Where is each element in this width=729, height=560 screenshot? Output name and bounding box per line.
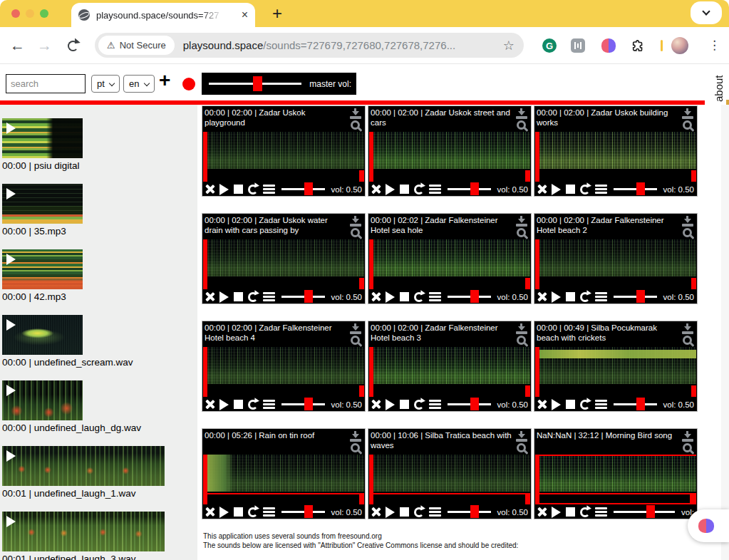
menu-icon[interactable] — [263, 507, 275, 517]
download-icon[interactable] — [516, 216, 527, 227]
list-item[interactable]: 00:00 | undefined_scream.wav — [2, 315, 197, 368]
magnifier-icon[interactable] — [683, 336, 692, 345]
play-icon[interactable] — [552, 184, 561, 195]
volume-slider[interactable] — [448, 188, 491, 190]
stop-icon[interactable] — [400, 292, 409, 301]
brain-extension-icon[interactable] — [601, 38, 616, 53]
volume-slider[interactable] — [614, 511, 675, 513]
download-icon[interactable] — [350, 216, 361, 227]
play-icon[interactable] — [552, 291, 561, 303]
stop-icon[interactable] — [234, 507, 243, 517]
stop-icon[interactable] — [234, 400, 243, 409]
magnifier-icon[interactable] — [517, 120, 526, 130]
close-icon[interactable] — [205, 507, 214, 517]
magnifier-icon[interactable] — [351, 120, 360, 130]
volume-slider[interactable] — [281, 511, 325, 513]
magnifier-icon[interactable] — [517, 336, 526, 345]
grammarly-extension-icon[interactable]: G — [542, 38, 557, 53]
master-volume-slider[interactable] — [253, 76, 262, 91]
tab-search-button[interactable] — [691, 1, 722, 24]
play-icon[interactable] — [386, 184, 395, 195]
menu-icon[interactable] — [595, 400, 607, 409]
play-icon[interactable] — [6, 123, 16, 134]
volume-thumb[interactable] — [470, 290, 479, 303]
loop-icon[interactable] — [414, 507, 424, 517]
menu-icon[interactable] — [595, 185, 607, 194]
close-icon[interactable] — [537, 185, 547, 194]
loop-icon[interactable] — [580, 185, 590, 195]
loop-icon[interactable] — [580, 400, 590, 410]
play-icon[interactable] — [6, 188, 16, 199]
profile-avatar[interactable] — [671, 37, 688, 54]
search-input[interactable] — [6, 74, 86, 93]
volume-slider[interactable] — [281, 188, 325, 190]
volume-slider[interactable] — [448, 403, 491, 405]
magnifier-icon[interactable] — [683, 228, 692, 237]
seek-bar[interactable] — [369, 170, 530, 182]
minimize-window-button[interactable] — [26, 9, 34, 18]
menu-icon[interactable] — [429, 507, 441, 517]
download-icon[interactable] — [350, 323, 361, 334]
volume-slider[interactable] — [448, 511, 491, 513]
magnifier-icon[interactable] — [351, 443, 360, 452]
play-icon[interactable] — [6, 319, 16, 331]
volume-thumb[interactable] — [304, 182, 313, 195]
magnifier-icon[interactable] — [517, 228, 526, 237]
loop-icon[interactable] — [248, 400, 258, 410]
spectrogram-thumbnail[interactable] — [2, 249, 83, 289]
extensions-puzzle-icon[interactable] — [631, 38, 646, 53]
language-select-en[interactable]: en — [123, 75, 155, 93]
spectrogram[interactable] — [203, 239, 364, 276]
loop-icon[interactable] — [414, 185, 424, 195]
volume-slider[interactable] — [614, 188, 657, 190]
spectrogram[interactable] — [369, 455, 530, 492]
play-icon[interactable] — [6, 450, 16, 462]
volume-slider[interactable] — [281, 296, 325, 298]
bookmark-star-icon[interactable]: ☆ — [503, 38, 515, 53]
close-icon[interactable] — [205, 292, 214, 301]
play-icon[interactable] — [219, 507, 229, 518]
play-icon[interactable] — [386, 291, 395, 303]
play-icon[interactable] — [552, 399, 561, 410]
volume-thumb[interactable] — [470, 505, 479, 518]
spectrogram[interactable] — [369, 132, 530, 169]
stop-icon[interactable] — [234, 292, 243, 301]
spectrogram[interactable] — [203, 455, 364, 492]
download-icon[interactable] — [350, 431, 361, 442]
play-icon[interactable] — [219, 184, 229, 195]
magnifier-icon[interactable] — [351, 228, 360, 237]
seek-bar[interactable] — [369, 278, 530, 289]
list-item[interactable]: 00:00 | undefined_laugh_dg.wav — [2, 380, 197, 434]
loop-icon[interactable] — [580, 292, 590, 302]
back-button[interactable]: ← — [10, 37, 25, 54]
close-icon[interactable] — [537, 292, 547, 301]
close-icon[interactable] — [537, 507, 547, 517]
download-icon[interactable] — [682, 431, 693, 442]
play-icon[interactable] — [219, 291, 229, 303]
seek-bar[interactable] — [535, 493, 696, 504]
close-window-button[interactable] — [11, 9, 20, 18]
menu-icon[interactable] — [429, 185, 441, 194]
spectrogram-thumbnail[interactable] — [2, 184, 83, 224]
volume-thumb[interactable] — [304, 290, 313, 303]
magnifier-icon[interactable] — [683, 120, 692, 130]
close-icon[interactable] — [205, 185, 214, 194]
loop-icon[interactable] — [580, 507, 590, 517]
seek-bar[interactable] — [369, 385, 530, 397]
close-icon[interactable] — [371, 292, 381, 301]
list-item[interactable]: 00:00 | psiu digital — [2, 118, 197, 172]
menu-icon[interactable] — [263, 400, 275, 409]
gray-extension-icon[interactable] — [571, 38, 585, 53]
brain-assistant-pill[interactable] — [688, 509, 729, 542]
menu-icon[interactable] — [595, 292, 607, 301]
reload-button[interactable] — [68, 41, 78, 51]
seek-bar[interactable] — [535, 278, 696, 289]
loop-icon[interactable] — [414, 292, 424, 302]
seek-bar[interactable] — [203, 385, 364, 397]
new-tab-button[interactable]: + — [272, 4, 282, 24]
magnifier-icon[interactable] — [517, 443, 526, 452]
download-icon[interactable] — [516, 431, 527, 442]
play-icon[interactable] — [6, 385, 16, 396]
spectrogram-thumbnail[interactable] — [2, 118, 83, 158]
close-icon[interactable] — [371, 507, 381, 517]
